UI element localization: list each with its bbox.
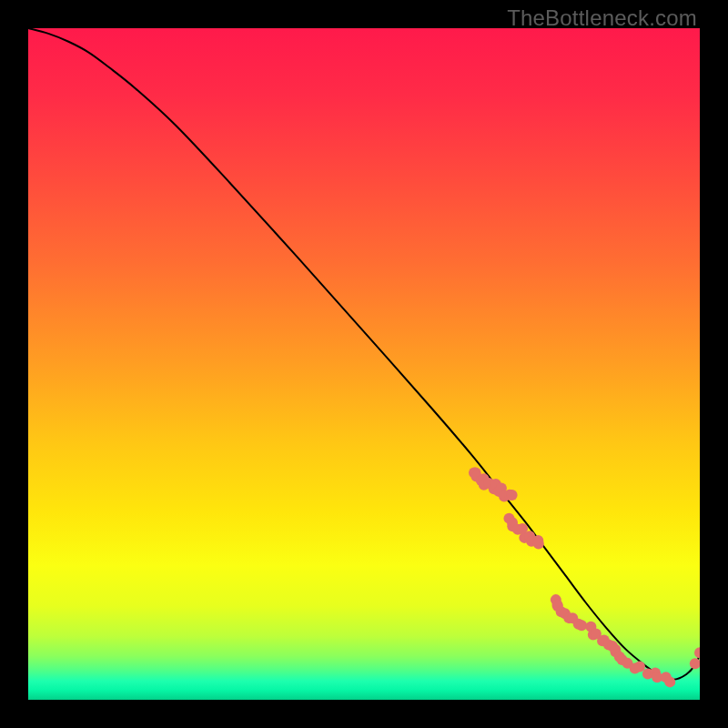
plot-area bbox=[28, 28, 700, 700]
data-marker bbox=[533, 539, 544, 550]
data-marker bbox=[694, 647, 700, 658]
curve-layer bbox=[28, 28, 700, 700]
data-marker bbox=[634, 661, 645, 672]
marker-group bbox=[469, 467, 700, 687]
data-marker bbox=[507, 490, 518, 500]
data-marker bbox=[690, 658, 700, 669]
chart-stage: TheBottleneck.com bbox=[0, 0, 728, 728]
bottleneck-curve bbox=[28, 28, 700, 680]
watermark-text: TheBottleneck.com bbox=[507, 5, 697, 31]
data-marker bbox=[576, 620, 587, 631]
data-marker bbox=[664, 676, 675, 687]
